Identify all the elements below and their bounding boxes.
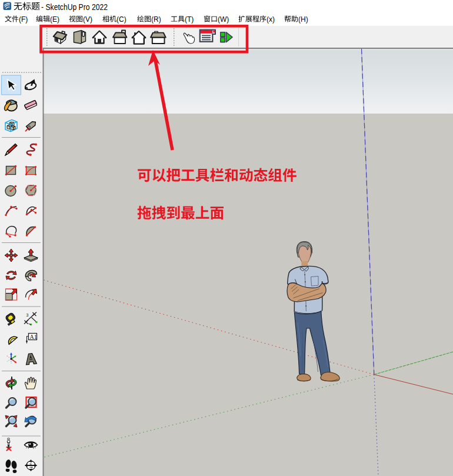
svg-text:(V): (V) [83,15,92,24]
svg-text:(x): (x) [267,15,275,24]
svg-text:(F): (F) [19,15,28,24]
svg-text:(W): (W) [218,15,229,24]
svg-text:A1: A1 [30,334,37,340]
svg-text:- SketchUp Pro 2022: - SketchUp Pro 2022 [41,2,108,12]
svg-text:(R): (R) [151,15,161,24]
svg-text:(C): (C) [116,15,126,24]
svg-text:3: 3 [26,313,29,317]
svg-text:(E): (E) [50,15,59,24]
svg-text:(T): (T) [185,15,194,24]
svg-text:(H): (H) [298,15,308,24]
